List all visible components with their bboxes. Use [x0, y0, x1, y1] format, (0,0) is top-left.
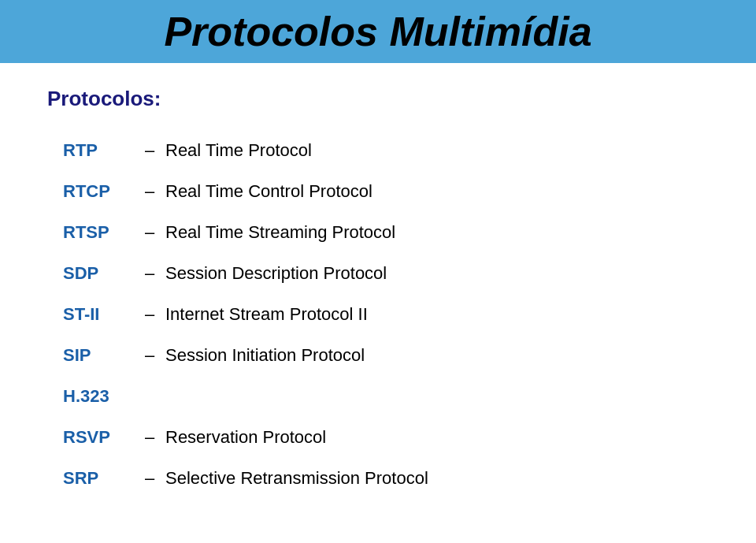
protocol-dash: – — [134, 130, 165, 171]
protocol-description — [165, 376, 709, 417]
table-row: SRP–Selective Retransmission Protocol — [47, 458, 709, 499]
page-title: Protocolos Multimídia — [164, 8, 591, 55]
protocol-dash: – — [134, 253, 165, 294]
header-bar: Protocolos Multimídia — [0, 0, 756, 63]
protocol-abbr: RTCP — [47, 171, 134, 212]
protocol-description: Session Description Protocol — [165, 253, 709, 294]
table-row: SIP–Session Initiation Protocol — [47, 335, 709, 376]
protocol-dash: – — [134, 335, 165, 376]
section-title: Protocolos: — [47, 87, 709, 111]
protocol-dash: – — [134, 171, 165, 212]
table-row: ST-II–Internet Stream Protocol II — [47, 294, 709, 335]
protocol-dash: – — [134, 294, 165, 335]
table-row: SDP–Session Description Protocol — [47, 253, 709, 294]
protocol-description: Reservation Protocol — [165, 417, 709, 458]
protocol-abbr: RTP — [47, 130, 134, 171]
protocol-dash: – — [134, 458, 165, 499]
protocol-abbr: RSVP — [47, 417, 134, 458]
table-row: RTCP–Real Time Control Protocol — [47, 171, 709, 212]
protocol-abbr: ST-II — [47, 294, 134, 335]
table-row: RTP–Real Time Protocol — [47, 130, 709, 171]
protocol-description: Session Initiation Protocol — [165, 335, 709, 376]
protocol-table: RTP–Real Time ProtocolRTCP–Real Time Con… — [47, 130, 709, 499]
table-row: H.323 — [47, 376, 709, 417]
table-row: RSVP–Reservation Protocol — [47, 417, 709, 458]
protocol-abbr: SDP — [47, 253, 134, 294]
table-row: RTSP–Real Time Streaming Protocol — [47, 212, 709, 253]
protocol-dash: – — [134, 212, 165, 253]
protocol-description: Real Time Protocol — [165, 130, 709, 171]
protocol-dash — [134, 376, 165, 417]
protocol-abbr: H.323 — [47, 376, 134, 417]
protocol-abbr: RTSP — [47, 212, 134, 253]
protocol-description: Internet Stream Protocol II — [165, 294, 709, 335]
protocol-abbr: SRP — [47, 458, 134, 499]
protocol-abbr: SIP — [47, 335, 134, 376]
protocol-dash: – — [134, 417, 165, 458]
content-area: Protocolos: RTP–Real Time ProtocolRTCP–R… — [0, 63, 756, 515]
protocol-description: Real Time Streaming Protocol — [165, 212, 709, 253]
protocol-description: Selective Retransmission Protocol — [165, 458, 709, 499]
protocol-description: Real Time Control Protocol — [165, 171, 709, 212]
